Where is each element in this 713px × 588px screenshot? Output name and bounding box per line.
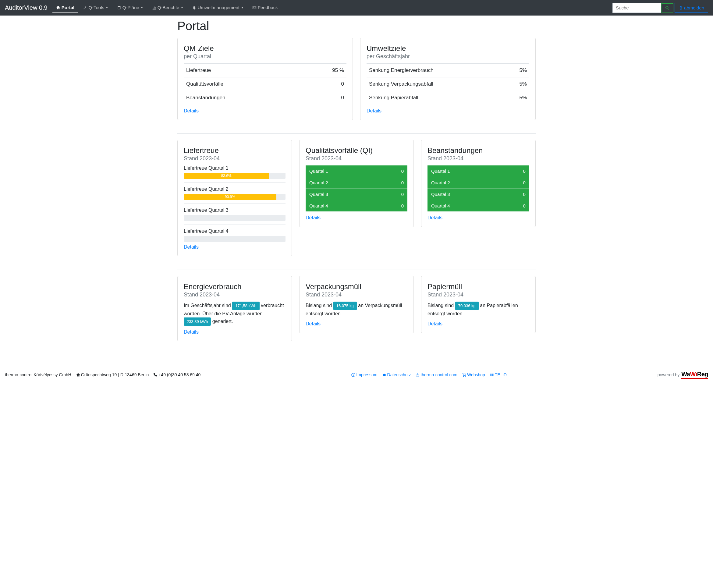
progress: 83.6% <box>184 173 286 179</box>
progress <box>184 236 286 242</box>
divider <box>184 183 286 183</box>
card-liefertreue: Liefertreue Stand 2023-04 Liefertreue Qu… <box>177 140 292 256</box>
card-energie: Energieverbrauch Stand 2023-04 Im Geschä… <box>177 276 292 341</box>
card-text: Im Geschäftsjahr sind 171,58 kWh verbrau… <box>184 301 286 326</box>
table-row: Quartal 10 <box>306 165 407 177</box>
details-link[interactable]: Details <box>306 321 320 326</box>
nav-qplaene[interactable]: Q-Pläne▼ <box>113 2 147 13</box>
footer-center: Impressum Datenschutz thermo-control.com… <box>201 372 657 377</box>
nav-list: Portal Q-Tools▼ Q-Pläne▼ Q-Berichte▼ Umw… <box>53 2 612 13</box>
nav-feedback[interactable]: Feedback <box>249 2 281 13</box>
card-subtitle: Stand 2023-04 <box>427 292 529 298</box>
brand: AuditorView 0.9 <box>5 4 47 11</box>
progress-bar: 90.9% <box>184 194 276 200</box>
card-title: Qualitätsvorfälle (QI) <box>306 146 407 155</box>
search-input[interactable] <box>612 3 661 13</box>
details-link[interactable]: Details <box>184 244 199 250</box>
card-qm-ziele: QM-Ziele per Quartal Liefertreue95 % Qua… <box>177 38 353 120</box>
table-row: Senkung Energierverbrauch5% <box>366 64 529 77</box>
info-icon <box>351 373 355 377</box>
table-row: Senkung Papierabfall5% <box>366 91 529 105</box>
briefcase-icon <box>382 373 386 377</box>
table-row: Quartal 10 <box>427 165 529 177</box>
quarter-label: Liefertreue Quartal 3 <box>184 208 286 213</box>
card-title: Umweltziele <box>366 44 529 53</box>
card-text: Bislang sind 70.036 kg an Papierabfällen… <box>427 301 529 317</box>
table-row: Qualitätsvorfälle0 <box>184 77 347 91</box>
card-qi: Qualitätsvorfälle (QI) Stand 2023-04 Qua… <box>299 140 414 227</box>
nav-qtools[interactable]: Q-Tools▼ <box>79 2 112 13</box>
badge-kg: 70.036 kg <box>455 301 479 310</box>
footer-webshop[interactable]: Webshop <box>462 372 485 377</box>
nav-portal[interactable]: Portal <box>53 2 78 13</box>
phone-icon <box>153 373 158 377</box>
sitemap-icon <box>416 373 420 377</box>
card-verpackung: Verpackungsmüll Stand 2023-04 Bislang si… <box>299 276 414 333</box>
envelope-icon <box>252 5 256 10</box>
details-link[interactable]: Details <box>306 215 320 220</box>
qi-table: Quartal 10 Quartal 20 Quartal 30 Quartal… <box>306 165 407 211</box>
details-link[interactable]: Details <box>427 215 442 220</box>
table-row: Quartal 40 <box>306 200 407 212</box>
table-row: Beanstandungen0 <box>184 91 347 105</box>
quarter-block: Liefertreue Quartal 4 <box>184 229 286 242</box>
card-subtitle: Stand 2023-04 <box>306 155 407 162</box>
umweltziele-table: Senkung Energierverbrauch5% Senkung Verp… <box>366 63 529 105</box>
divider <box>184 204 286 204</box>
chevron-down-icon: ▼ <box>105 6 108 9</box>
card-umweltziele: Umweltziele per Geschäftsjahr Senkung En… <box>360 38 536 120</box>
navbar-right: abmelden <box>612 3 708 13</box>
footer-left: thermo-control Körtvélyessy GmbH Grünspe… <box>5 372 201 377</box>
footer-company: thermo-control Körtvélyessy GmbH <box>5 372 71 377</box>
table-row: Quartal 40 <box>427 200 529 212</box>
home-icon <box>76 373 80 377</box>
quarter-block: Liefertreue Quartal 3 <box>184 208 286 221</box>
footer-thermo[interactable]: thermo-control.com <box>416 372 457 377</box>
footer-datenschutz[interactable]: Datenschutz <box>382 372 411 377</box>
search-button[interactable] <box>661 3 673 13</box>
badge-kwh-pv: 233,39 kWh <box>184 317 211 326</box>
details-link[interactable]: Details <box>427 321 442 326</box>
card-title: Liefertreue <box>184 146 286 155</box>
divider <box>177 270 536 270</box>
details-link[interactable]: Details <box>184 108 199 113</box>
card-subtitle: Stand 2023-04 <box>184 155 286 162</box>
card-subtitle: Stand 2023-04 <box>306 292 407 298</box>
quarter-label: Liefertreue Quartal 2 <box>184 186 286 192</box>
tree-icon <box>192 5 196 10</box>
table-row: Quartal 30 <box>306 189 407 200</box>
quarter-label: Liefertreue Quartal 1 <box>184 165 286 171</box>
chevron-down-icon: ▼ <box>141 6 144 9</box>
details-link[interactable]: Details <box>366 108 381 113</box>
progress: 90.9% <box>184 194 286 200</box>
card-text: Bislang sind 16.075 kg an Verpackungsmül… <box>306 301 407 317</box>
page-title: Portal <box>177 19 536 33</box>
footer-address: Grünspechtweg 19 | D-13469 Berlin <box>76 372 149 377</box>
quarter-block: Liefertreue Quartal 183.6% <box>184 165 286 179</box>
qm-ziele-table: Liefertreue95 % Qualitätsvorfälle0 Beans… <box>184 63 347 105</box>
logout-button[interactable]: abmelden <box>675 3 708 13</box>
footer: thermo-control Körtvélyessy GmbH Grünspe… <box>0 367 713 382</box>
home-icon <box>56 5 60 10</box>
barcode-icon <box>490 373 494 377</box>
card-papier: Papiermüll Stand 2023-04 Bislang sind 70… <box>421 276 536 333</box>
table-row: Quartal 30 <box>427 189 529 200</box>
card-title: Energieverbrauch <box>184 282 286 291</box>
quarter-label: Liefertreue Quartal 4 <box>184 229 286 234</box>
nav-qberichte[interactable]: Q-Berichte▼ <box>148 2 187 13</box>
badge-kwh: 171,58 kWh <box>232 301 259 310</box>
beanstandungen-table: Quartal 10 Quartal 20 Quartal 30 Quartal… <box>427 165 529 211</box>
progress <box>184 215 286 221</box>
cart-icon <box>462 373 466 377</box>
divider <box>177 133 536 134</box>
card-title: Verpackungsmüll <box>306 282 407 291</box>
chart-icon <box>152 5 156 10</box>
footer-teid[interactable]: TE_iD <box>490 372 507 377</box>
table-row: Quartal 20 <box>306 177 407 189</box>
details-link[interactable]: Details <box>184 329 199 335</box>
nav-umwelt[interactable]: Umweltmanagement▼ <box>188 2 247 13</box>
card-beanstandungen: Beanstandungen Stand 2023-04 Quartal 10 … <box>421 140 536 227</box>
card-subtitle: Stand 2023-04 <box>184 292 286 298</box>
search-icon <box>665 6 669 10</box>
footer-impressum[interactable]: Impressum <box>351 372 377 377</box>
